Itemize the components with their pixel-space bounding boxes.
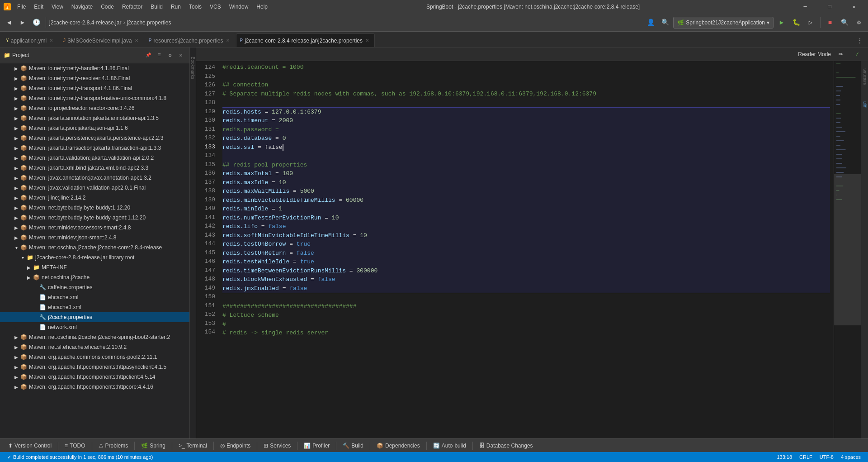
file-tab-smscode_java[interactable]: J SMSCodeServiceImpl.java ✕ <box>59 33 144 47</box>
recent-files-button[interactable]: 🕐 <box>30 16 42 29</box>
tree-item-projectreactor[interactable]: ▶ 📦 Maven: io.projectreactor:reactor-cor… <box>0 103 189 113</box>
status-line-ending[interactable]: CRLF <box>796 452 816 462</box>
forward-button[interactable]: ▶ <box>16 16 29 29</box>
tree-item-jline[interactable]: ▶ 📦 Maven: jline:jline:2.14.2 <box>0 193 189 203</box>
menu-item-help[interactable]: Help <box>253 3 271 11</box>
file-tab-resources_props[interactable]: P resources\j2cache.properties ✕ <box>145 33 236 47</box>
minimize-button[interactable]: ─ <box>795 0 816 14</box>
breadcrumb-project[interactable]: j2cache-core-2.8.4-release.jar <box>49 19 121 26</box>
tree-item-j2cache_core[interactable]: ▾ 📦 Maven: net.oschina.j2cache:j2cache-c… <box>0 243 189 252</box>
menu-item-tools[interactable]: Tools <box>185 3 205 11</box>
sidebar-pin-button[interactable]: 📌 <box>144 51 152 59</box>
menu-bar[interactable]: FileEditViewNavigateCodeRefactorBuildRun… <box>14 3 271 11</box>
sidebar-close-button[interactable]: ✕ <box>176 50 186 60</box>
run-button[interactable]: ▶ <box>775 16 788 29</box>
bottom-btn-version_control[interactable]: ⬆Version Control <box>4 440 56 451</box>
tree-item-json_smart[interactable]: ▶ 📦 Maven: net.minidev:json-smart:2.4.8 <box>0 233 189 243</box>
menu-item-edit[interactable]: Edit <box>30 3 47 11</box>
tab-close-button[interactable]: ✕ <box>48 38 54 43</box>
tree-item-meta_inf[interactable]: ▶ 📁 META-INF <box>0 262 189 272</box>
status-indent[interactable]: 4 spaces <box>837 452 864 462</box>
search-everywhere-button[interactable]: 🔍 <box>659 16 671 29</box>
bottom-btn-endpoints[interactable]: ◎Endpoints <box>216 440 255 451</box>
bottom-btn-terminal[interactable]: >_Terminal <box>174 440 212 451</box>
bottom-btn-problems[interactable]: ⚠Problems <box>94 440 133 451</box>
tree-item-network_xml[interactable]: 📄 network.xml <box>0 322 189 332</box>
tree-item-jakarta_xml_bind[interactable]: ▶ 📦 Maven: jakarta.xml.bind:jakarta.xml.… <box>0 163 189 173</box>
menu-item-vcs[interactable]: VCS <box>206 3 225 11</box>
tree-item-httpasyncclient[interactable]: ▶ 📦 Maven: org.apache.httpcomponents:htt… <box>0 362 189 372</box>
tab-close-button[interactable]: ✕ <box>364 38 370 43</box>
bottom-btn-spring[interactable]: 🌿Spring <box>137 440 170 451</box>
tree-item-j2cache_jar[interactable]: ▾ 📁 j2cache-core-2.8.4-release.jar libra… <box>0 252 189 262</box>
menu-item-navigate[interactable]: Navigate <box>68 3 96 11</box>
menu-item-refactor[interactable]: Refactor <box>118 3 146 11</box>
reader-mode-toggle[interactable]: ✏ <box>835 48 847 61</box>
tree-item-netty_handler[interactable]: ▶ 📦 Maven: io.netty:netty-handler:4.1.86… <box>0 63 189 73</box>
tree-item-j2cache_spring_boot[interactable]: ▶ 📦 Maven: net.oschina.j2cache:j2cache-s… <box>0 332 189 342</box>
status-encoding[interactable]: UTF-8 <box>816 452 837 462</box>
profile-button[interactable]: 👤 <box>644 16 657 29</box>
search-button[interactable]: 🔍 <box>838 16 851 29</box>
menu-item-code[interactable]: Code <box>97 3 118 11</box>
maximize-button[interactable]: □ <box>819 0 840 14</box>
tree-item-commons_pool2[interactable]: ▶ 📦 Maven: org.apache.commons:commons-po… <box>0 352 189 362</box>
tree-item-netty_resolver[interactable]: ▶ 📦 Maven: io.netty:netty-resolver:4.1.8… <box>0 73 189 83</box>
tree-item-javax_annotation[interactable]: ▶ 📦 Maven: javax.annotation:javax.annota… <box>0 173 189 183</box>
stop-button[interactable]: ■ <box>824 16 836 29</box>
menu-item-run[interactable]: Run <box>167 3 184 11</box>
tree-item-jakarta_transaction[interactable]: ▶ 📦 Maven: jakarta.transaction:jakarta.t… <box>0 143 189 153</box>
tree-item-jakarta_annotation[interactable]: ▶ 📦 Maven: jakarta.annotation:jakarta.an… <box>0 113 189 123</box>
menu-item-file[interactable]: File <box>14 3 29 11</box>
breadcrumb-file[interactable]: j2cache.properties <box>127 19 171 26</box>
tree-item-netty_transport[interactable]: ▶ 📦 Maven: io.netty:netty-transport:4.1.… <box>0 83 189 93</box>
tree-item-jakarta_persistence[interactable]: ▶ 📦 Maven: jakarta.persistence:jakarta.p… <box>0 133 189 143</box>
tree-item-jakarta_json[interactable]: ▶ 📦 Maven: jakarta.json:jakarta.json-api… <box>0 123 189 133</box>
run-with-coverage[interactable]: ▷ <box>804 16 817 29</box>
tree-item-j2cache_properties[interactable]: 🔧 j2cache.properties <box>0 312 189 322</box>
tree-item-label: Maven: net.oschina.j2cache:j2cache-sprin… <box>29 334 170 340</box>
tree-item-ehcache3_xml[interactable]: 📄 ehcache3.xml <box>0 302 189 312</box>
bottom-btn-database_changes[interactable]: 🗄Database Changes <box>475 440 538 451</box>
tab-close-button[interactable]: ✕ <box>134 38 139 43</box>
tree-item-httpclient[interactable]: ▶ 📦 Maven: org.apache.httpcomponents:htt… <box>0 372 189 382</box>
tree-item-jakarta_validation[interactable]: ▶ 📦 Maven: jakarta.validation:jakarta.va… <box>0 153 189 163</box>
menu-item-window[interactable]: Window <box>226 3 252 11</box>
file-tab-j2cache_props[interactable]: P j2cache-core-2.8.4-release.jar\j2cache… <box>236 33 375 47</box>
tree-item-caffeine_props[interactable]: 🔧 caffeine.properties <box>0 282 189 292</box>
tree-item-javax_validation[interactable]: ▶ 📦 Maven: javax.validation:validation-a… <box>0 183 189 193</box>
file-tab-application_yml[interactable]: Y application.yml ✕ <box>2 33 59 47</box>
sidebar-settings-button[interactable]: ⚙ <box>165 50 175 60</box>
tree-item-net_oschina[interactable]: ▶ 📦 net.oschina.j2cache <box>0 272 189 282</box>
tree-item-httpcore[interactable]: ▶ 📦 Maven: org.apache.httpcomponents:htt… <box>0 382 189 392</box>
tab-close-button[interactable]: ✕ <box>225 38 231 43</box>
window-controls[interactable]: ─ □ ✕ <box>795 0 864 14</box>
menu-item-build[interactable]: Build <box>147 3 166 11</box>
settings-button[interactable]: ⚙ <box>853 16 865 29</box>
menu-item-view[interactable]: View <box>48 3 67 11</box>
tree-item-sf_ehcache[interactable]: ▶ 📦 Maven: net.sf.ehcache:ehcache:2.10.9… <box>0 342 189 352</box>
code-editor[interactable]: #redis.scanCount = 1000 ## connection# S… <box>219 61 834 438</box>
tabs-more-button[interactable]: ⋮ <box>854 34 866 47</box>
run-configuration[interactable]: 🌿 Springboot21J2cacheApplication ▾ <box>673 17 774 29</box>
collapse-all-button[interactable]: ≡ <box>154 50 164 60</box>
close-button[interactable]: ✕ <box>844 0 864 14</box>
tree-item-ehcache_xml[interactable]: 📄 ehcache.xml <box>0 292 189 302</box>
debug-button[interactable]: 🐛 <box>790 16 802 29</box>
status-build-success[interactable]: ✓ Build completed successfully in 1 sec,… <box>4 452 156 462</box>
status-line-col[interactable]: 133:18 <box>773 452 796 462</box>
back-button[interactable]: ◀ <box>3 16 15 29</box>
bottom-btn-build[interactable]: 🔨Build <box>338 440 368 451</box>
bottom-btn-services[interactable]: ⊞Services <box>259 440 295 451</box>
tree-item-bytebuddy[interactable]: ▶ 📦 Maven: net.bytebuddy:byte-buddy:1.12… <box>0 203 189 213</box>
bottom-btn-auto_build[interactable]: 🔄Auto-build <box>429 440 471 451</box>
bottom-btn-todo[interactable]: ≡TODO <box>60 440 90 451</box>
structure-panel-icon[interactable]: Structure <box>862 63 868 90</box>
tree-item-netty_transport_native[interactable]: ▶ 📦 Maven: io.netty:netty-transport-nati… <box>0 93 189 103</box>
diff-panel-icon[interactable]: Diff <box>862 91 868 118</box>
bottom-btn-dependencies[interactable]: 📦Dependencies <box>372 440 425 451</box>
reader-mode-check[interactable]: ✓ <box>851 48 863 61</box>
bottom-btn-profiler[interactable]: 📊Profiler <box>299 440 334 451</box>
tree-item-accessors_smart[interactable]: ▶ 📦 Maven: net.minidev:accessors-smart:2… <box>0 223 189 233</box>
tree-item-bytebuddy_agent[interactable]: ▶ 📦 Maven: net.bytebuddy:byte-buddy-agen… <box>0 213 189 223</box>
